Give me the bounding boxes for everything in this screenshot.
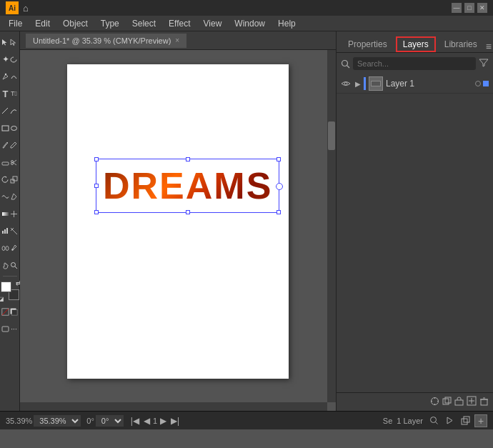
pencil-tool[interactable] <box>10 137 18 153</box>
scrollbar-thumb-vertical[interactable] <box>328 121 335 150</box>
hand-tool[interactable] <box>1 257 9 273</box>
ellipse-tool[interactable] <box>10 120 18 136</box>
layer-expand-icon[interactable]: ▶ <box>355 80 361 88</box>
gradient-tool[interactable] <box>1 206 9 221</box>
blend-tool[interactable] <box>1 240 9 256</box>
angle-select[interactable]: 0° <box>96 415 124 427</box>
prev-page-button[interactable]: ◀ <box>142 416 151 426</box>
eyedropper-tool[interactable] <box>10 240 18 256</box>
canvas-content[interactable]: DREAMS <box>20 50 336 411</box>
layer-target-icon[interactable] <box>475 81 481 86</box>
svg-line-7 <box>14 160 17 163</box>
layer-name[interactable]: Layer 1 <box>386 79 472 89</box>
selection-tools <box>1 34 18 50</box>
handle-right-mid[interactable] <box>276 183 283 190</box>
zoom-select[interactable]: 35.39% 50% 100% <box>34 415 81 427</box>
layer-visibility-icon[interactable] <box>341 79 352 89</box>
document-tabs: Untitled-1* @ 35.39 % (CMYK/Preview) × <box>20 31 336 50</box>
gradient-mesh-tools <box>1 206 18 221</box>
eraser-tool[interactable] <box>1 154 9 170</box>
new-layer-button[interactable] <box>467 396 477 408</box>
menu-file[interactable]: File <box>3 17 28 30</box>
angle-value: 0° <box>86 417 94 425</box>
menu-type[interactable]: Type <box>95 17 125 30</box>
none-color[interactable] <box>1 304 9 319</box>
tab-libraries[interactable]: Libraries <box>437 36 484 52</box>
direct-select-tool[interactable] <box>10 34 18 50</box>
locate-object-button[interactable] <box>430 397 439 408</box>
vertical-scrollbar[interactable] <box>327 50 336 402</box>
default-colors-icon[interactable]: ◪ <box>0 296 4 302</box>
tab-properties[interactable]: Properties <box>341 36 394 52</box>
type-tool[interactable]: T <box>1 86 9 101</box>
home-icon[interactable]: ⌂ <box>23 3 29 14</box>
free-transform-tool[interactable] <box>10 189 18 204</box>
svg-rect-9 <box>11 179 14 183</box>
more-tools[interactable]: ··· <box>10 321 18 337</box>
zoom-tool[interactable] <box>10 257 18 273</box>
next-page-button[interactable]: ▶ <box>159 416 168 426</box>
tab-layers[interactable]: Layers <box>396 36 436 52</box>
move-to-new-layer-button[interactable] <box>454 397 464 408</box>
delete-layer-button[interactable] <box>479 397 489 408</box>
scale-tool[interactable] <box>10 171 18 187</box>
lasso-tool[interactable] <box>10 51 18 67</box>
mesh-tool[interactable] <box>10 206 18 221</box>
menu-object[interactable]: Object <box>57 17 94 30</box>
maximize-button[interactable]: □ <box>464 3 474 13</box>
duplicate-layer-button[interactable] <box>459 414 472 427</box>
zoom-in-status-button[interactable] <box>427 414 440 427</box>
panel-menu-icon[interactable]: ≡ <box>486 41 492 52</box>
handle-bottom-right[interactable] <box>277 210 281 214</box>
graph-tool[interactable] <box>1 223 9 239</box>
handle-top-right[interactable] <box>277 157 281 161</box>
handle-top-mid[interactable] <box>186 157 190 161</box>
foreground-color[interactable] <box>1 282 11 292</box>
menu-edit[interactable]: Edit <box>29 17 56 30</box>
line-tool[interactable] <box>1 103 9 119</box>
menu-help[interactable]: Help <box>272 17 302 30</box>
handle-bottom-mid[interactable] <box>186 210 190 214</box>
make-sublayer-button[interactable] <box>442 397 452 408</box>
filter-icon[interactable] <box>479 58 489 70</box>
handle-bottom-left[interactable] <box>94 210 99 214</box>
angle-controls: 0° 0° <box>86 415 124 427</box>
warp-tool[interactable] <box>1 189 9 204</box>
curvature-tool[interactable] <box>10 69 18 84</box>
navigate-status-button[interactable] <box>443 414 456 427</box>
paintbrush-tool[interactable] <box>1 137 9 153</box>
text-object[interactable]: DREAMS <box>103 164 272 207</box>
svg-point-5 <box>11 160 14 162</box>
layers-count: 1 Layer <box>397 417 423 425</box>
rect-tool[interactable] <box>1 120 9 136</box>
magic-wand-tool[interactable]: ✦ <box>1 51 9 67</box>
handle-left-mid[interactable] <box>94 184 99 188</box>
select-tool[interactable] <box>1 34 9 50</box>
touch-type-tool[interactable]: T⃞ <box>10 86 18 101</box>
document-tab-close[interactable]: × <box>175 36 179 44</box>
last-page-button[interactable]: ▶| <box>169 416 181 426</box>
first-page-button[interactable]: |◀ <box>129 416 141 426</box>
arc-tool[interactable] <box>10 103 18 119</box>
layers-search-input[interactable] <box>353 57 476 70</box>
color-mode[interactable] <box>10 304 18 319</box>
rotate-tool[interactable] <box>1 171 9 187</box>
menu-window[interactable]: Window <box>229 17 271 30</box>
minimize-button[interactable]: — <box>452 3 462 13</box>
document-tab[interactable]: Untitled-1* @ 35.39 % (CMYK/Preview) × <box>26 34 186 48</box>
eraser-scissors <box>1 154 18 170</box>
menu-effect[interactable]: Effect <box>163 17 196 30</box>
pen-tools <box>1 69 18 84</box>
add-layer-status-button[interactable]: + <box>474 414 487 427</box>
scissors-tool[interactable] <box>10 154 18 170</box>
change-screen[interactable] <box>1 321 9 337</box>
close-button[interactable]: ✕ <box>477 3 487 13</box>
horizontal-scrollbar[interactable] <box>20 402 327 411</box>
menu-select[interactable]: Select <box>126 17 161 30</box>
menu-view[interactable]: View <box>198 17 228 30</box>
slice-tool[interactable] <box>10 223 18 239</box>
svg-line-28 <box>347 65 350 68</box>
handle-top-left[interactable] <box>94 157 99 161</box>
pen-tool[interactable] <box>1 69 9 84</box>
artboard: DREAMS <box>67 64 289 379</box>
